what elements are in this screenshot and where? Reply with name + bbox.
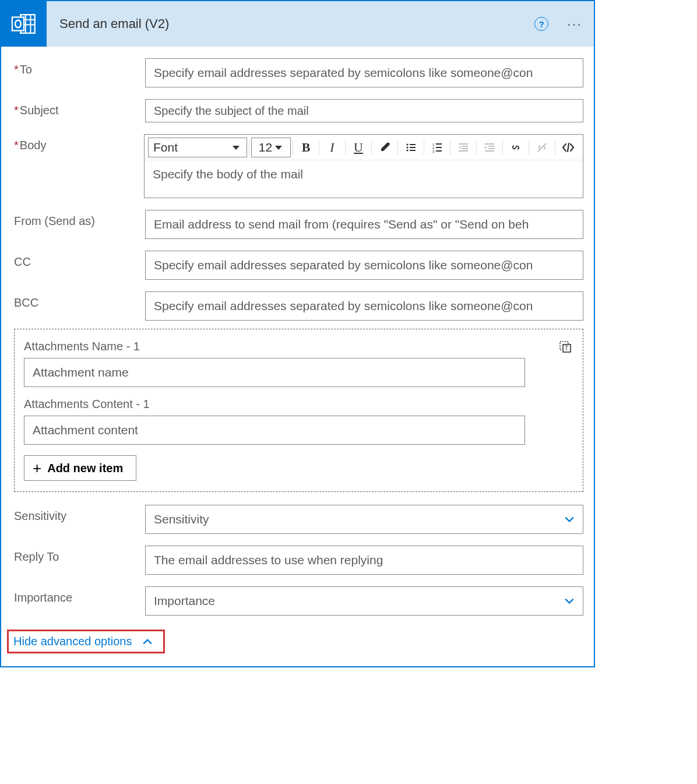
input-bcc[interactable] — [145, 291, 583, 321]
label-from: From (Send as) — [14, 210, 145, 228]
svg-rect-27 — [485, 150, 494, 152]
required-asterisk: * — [14, 104, 19, 117]
required-asterisk: * — [14, 139, 19, 152]
font-picker[interactable]: Font — [148, 138, 247, 157]
svg-point-8 — [406, 143, 408, 145]
color-picker-button[interactable] — [374, 138, 396, 157]
connector-icon-box — [1, 1, 47, 47]
rte-toolbar: Font 12 B I U — [145, 135, 583, 160]
indent-button[interactable] — [478, 138, 501, 157]
field-to: *To — [14, 58, 583, 87]
input-cc[interactable] — [145, 251, 583, 280]
code-view-button[interactable] — [557, 138, 579, 157]
chevron-down-icon — [564, 596, 575, 606]
svg-rect-21 — [462, 146, 468, 147]
attachments-section: Attachments Name - 1 T Attachments Conte… — [14, 329, 583, 492]
field-sensitivity: Sensitivity Sensitivity — [14, 505, 583, 534]
card-header: Send an email (V2) ? ··· — [1, 1, 594, 47]
field-subject: *Subject — [14, 99, 583, 122]
italic-button[interactable]: I — [321, 138, 343, 157]
numbered-list-icon: 1 2 3 — [431, 142, 443, 153]
toolbar-separator — [397, 140, 398, 155]
svg-rect-24 — [485, 143, 494, 145]
rich-text-editor: Font 12 B I U — [144, 134, 583, 198]
numbered-list-button[interactable]: 1 2 3 — [426, 138, 448, 157]
plus-icon: + — [33, 460, 41, 476]
svg-rect-26 — [488, 148, 494, 149]
font-size-picker[interactable]: 12 — [251, 138, 291, 157]
toolbar-separator — [293, 140, 293, 155]
label-subject: *Subject — [14, 99, 145, 117]
underline-button[interactable]: U — [347, 138, 369, 157]
add-new-item-button[interactable]: + Add new item — [24, 455, 136, 481]
label-body: *Body — [14, 134, 144, 152]
required-asterisk: * — [14, 63, 19, 76]
toolbar-separator — [555, 140, 555, 155]
bold-button[interactable]: B — [295, 138, 317, 157]
input-subject[interactable] — [145, 99, 583, 122]
bullet-list-button[interactable] — [400, 138, 422, 157]
eyedropper-icon — [379, 142, 390, 153]
svg-rect-17 — [436, 147, 442, 148]
svg-rect-19 — [436, 150, 442, 152]
chevron-down-icon — [274, 143, 283, 152]
hide-advanced-options-link[interactable]: Hide advanced options — [13, 635, 132, 648]
svg-rect-15 — [436, 143, 442, 145]
input-to[interactable] — [145, 58, 583, 87]
card-title[interactable]: Send an email (V2) — [47, 16, 534, 31]
card-body: *To *Subject *Body Font — [1, 47, 594, 666]
input-attachment-name[interactable] — [24, 358, 525, 387]
outlook-icon — [10, 10, 37, 37]
field-from: From (Send as) — [14, 210, 583, 239]
advanced-options-row: Hide advanced options — [6, 625, 583, 656]
link-button[interactable] — [505, 138, 527, 157]
input-from[interactable] — [145, 210, 583, 239]
switch-to-array-icon[interactable]: T — [558, 340, 573, 355]
svg-rect-11 — [410, 147, 416, 148]
input-reply-to[interactable] — [145, 546, 583, 575]
field-cc: CC — [14, 251, 583, 280]
field-reply-to: Reply To — [14, 546, 583, 575]
label-to: *To — [14, 58, 145, 76]
toolbar-separator — [371, 140, 372, 155]
link-icon — [509, 141, 522, 154]
label-attachment-name: Attachments Name - 1 — [24, 340, 525, 353]
code-icon — [561, 140, 575, 154]
toolbar-separator — [502, 140, 503, 155]
svg-rect-20 — [459, 143, 468, 145]
svg-rect-22 — [462, 148, 468, 149]
action-card: Send an email (V2) ? ··· *To *Subject *B… — [0, 0, 595, 667]
label-importance: Importance — [14, 586, 145, 604]
svg-text:T: T — [565, 345, 568, 351]
font-label: Font — [153, 140, 178, 154]
toolbar-separator — [476, 140, 477, 155]
unlink-button[interactable] — [531, 138, 553, 157]
label-attachment-content: Attachments Content - 1 — [24, 398, 525, 411]
select-importance[interactable]: Importance — [145, 586, 583, 616]
label-bcc: BCC — [14, 291, 145, 310]
svg-point-12 — [406, 149, 408, 151]
svg-text:3: 3 — [432, 150, 435, 153]
chevron-down-icon — [231, 143, 241, 152]
svg-rect-5 — [12, 17, 24, 31]
select-sensitivity[interactable]: Sensitivity — [145, 505, 583, 534]
toolbar-separator — [424, 140, 424, 155]
toolbar-separator — [345, 140, 346, 155]
svg-rect-13 — [410, 150, 416, 151]
input-body[interactable]: Specify the body of the mail — [145, 160, 583, 198]
input-attachment-content[interactable] — [24, 416, 525, 445]
add-item-label: Add new item — [47, 462, 123, 475]
size-label: 12 — [259, 140, 272, 154]
field-bcc: BCC — [14, 291, 583, 321]
label-reply-to: Reply To — [14, 546, 145, 564]
chevron-up-icon — [142, 637, 153, 647]
svg-rect-9 — [410, 144, 416, 145]
array-mode-icon: T — [558, 340, 572, 354]
chevron-down-icon — [564, 514, 575, 525]
more-menu-icon[interactable]: ··· — [567, 16, 582, 32]
outdent-button[interactable] — [452, 138, 474, 157]
toolbar-separator — [319, 140, 319, 155]
toolbar-separator — [529, 140, 529, 155]
help-icon[interactable]: ? — [534, 17, 548, 31]
field-body: *Body Font 12 B — [14, 134, 583, 198]
